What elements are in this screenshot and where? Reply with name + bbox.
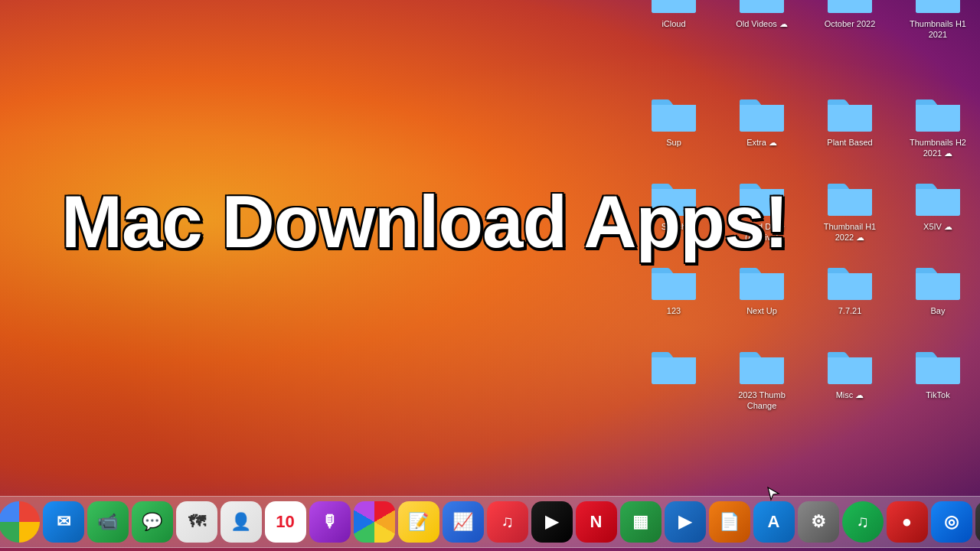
folder-label: Thumbnails H2 2021 ☁ — [903, 137, 972, 159]
dock-item-calendar[interactable]: 10 — [265, 501, 306, 543]
folder-label: Thumbnails H1 2021 — [903, 18, 972, 41]
folder-label: Extra ☁ — [746, 137, 777, 148]
folder-icon — [826, 178, 874, 218]
folder-label: TikTok — [926, 390, 949, 400]
folder-item[interactable]: Thumbnail H1 2022 ☁ — [812, 172, 888, 249]
folder-item[interactable]: iCloud — [635, 0, 712, 35]
page-title: Mac Download Apps! — [61, 184, 788, 261]
folder-label: Bay — [931, 305, 946, 316]
folder-item[interactable]: Next Up — [724, 256, 800, 322]
dock-item-systemprefs[interactable]: ⚙ — [798, 501, 839, 543]
folder-icon — [826, 262, 874, 302]
folder-item[interactable]: Thumbnails H2 2021 ☁ — [900, 88, 976, 165]
folder-item[interactable]: Thumbnails H1 2021 — [900, 0, 976, 47]
title-overlay: Mac Download Apps! — [61, 184, 788, 261]
dock-item-appletv[interactable]: ▶ — [531, 501, 573, 543]
folder-item[interactable]: Extra ☁ — [724, 88, 800, 154]
dock-item-music[interactable]: ♫ — [487, 501, 528, 543]
cursor — [766, 486, 781, 501]
dock-item-numbers[interactable]: ▦ — [620, 501, 662, 543]
folder-item[interactable]: 2023 Thumb Change — [724, 341, 800, 418]
folder-icon — [738, 0, 786, 15]
folder-icon — [914, 0, 962, 15]
folder-label: Thumbnail H1 2022 ☁ — [815, 221, 884, 243]
folder-label: X5IV ☁ — [923, 221, 952, 232]
folder-item[interactable]: Bay — [900, 256, 976, 322]
folder-icon — [826, 94, 874, 134]
folder-label: Plant Based — [827, 137, 872, 148]
folder-item[interactable]: Misc ☁ — [812, 341, 888, 406]
folder-icon — [650, 262, 697, 302]
folder-label: Next Up — [746, 305, 777, 316]
dock: F⊞✉📹💬🗺👤10🎙📝📈♫▶N▦▶📄A⚙♫●◎📱🗑 — [0, 496, 980, 548]
folder-icon — [650, 347, 697, 386]
dock-item-grapher[interactable]: 📈 — [443, 501, 484, 543]
dock-item-appstore[interactable]: A — [753, 501, 795, 543]
desktop: Mac Download Apps! iCloud Old Videos ☁ O… — [0, 0, 980, 490]
dock-item-pages[interactable]: 📄 — [709, 501, 750, 543]
dock-item-news[interactable]: N — [576, 501, 617, 543]
dock-item-spotify[interactable]: ♫ — [842, 501, 884, 543]
folder-label: 7.7.21 — [838, 305, 862, 316]
folder-icon — [650, 94, 697, 134]
folder-label: 2023 Thumb Change — [727, 390, 796, 412]
folder-icon — [738, 262, 786, 302]
folder-item[interactable]: 7.7.21 — [812, 256, 888, 322]
folder-icon — [826, 347, 874, 386]
folder-icon — [650, 0, 697, 15]
dock-container: F⊞✉📹💬🗺👤10🎙📝📈♫▶N▦▶📄A⚙♫●◎📱🗑 — [0, 490, 980, 551]
folder-label: Misc ☁ — [836, 390, 864, 400]
dock-item-proxyman[interactable]: ● — [887, 501, 928, 543]
dock-item-mail[interactable]: ✉ — [43, 501, 84, 543]
folder-icon — [738, 347, 786, 386]
folder-item[interactable]: Plant Based — [812, 88, 888, 154]
folder-icon — [914, 262, 962, 302]
folder-label: 123 — [667, 305, 681, 316]
folder-label: October 2022 — [825, 18, 876, 29]
dock-item-maps[interactable]: 🗺 — [176, 501, 217, 543]
folder-item[interactable]: October 2022 — [812, 0, 888, 35]
folder-label: iCloud — [662, 18, 685, 29]
dock-item-chrome[interactable] — [0, 501, 40, 543]
folder-item[interactable]: Old Videos ☁ — [724, 0, 800, 35]
folder-label: Sup — [666, 137, 681, 148]
dock-item-iphone[interactable]: 📱 — [975, 501, 981, 543]
folder-item[interactable] — [635, 341, 712, 396]
dock-item-safari[interactable]: ◎ — [931, 501, 972, 543]
folder-icon — [914, 347, 962, 386]
folder-icon — [738, 94, 786, 134]
dock-item-notes[interactable]: 📝 — [398, 501, 439, 543]
folder-label: Old Videos ☁ — [736, 18, 788, 29]
folder-icon — [826, 0, 874, 15]
folder-item[interactable]: X5IV ☁ — [900, 172, 976, 238]
folder-icon — [914, 94, 962, 134]
folder-item[interactable]: TikTok — [900, 341, 976, 406]
dock-item-contacts[interactable]: 👤 — [220, 501, 262, 543]
folder-item[interactable]: 123 — [635, 256, 712, 322]
folder-item[interactable]: Sup — [635, 88, 712, 154]
dock-item-messages[interactable]: 💬 — [132, 501, 173, 543]
dock-item-photos[interactable] — [354, 501, 395, 543]
dock-item-facetime[interactable]: 📹 — [87, 501, 129, 543]
folder-icon — [914, 178, 962, 218]
dock-item-podcasts[interactable]: 🎙 — [309, 501, 351, 543]
dock-item-keynote[interactable]: ▶ — [665, 501, 706, 543]
